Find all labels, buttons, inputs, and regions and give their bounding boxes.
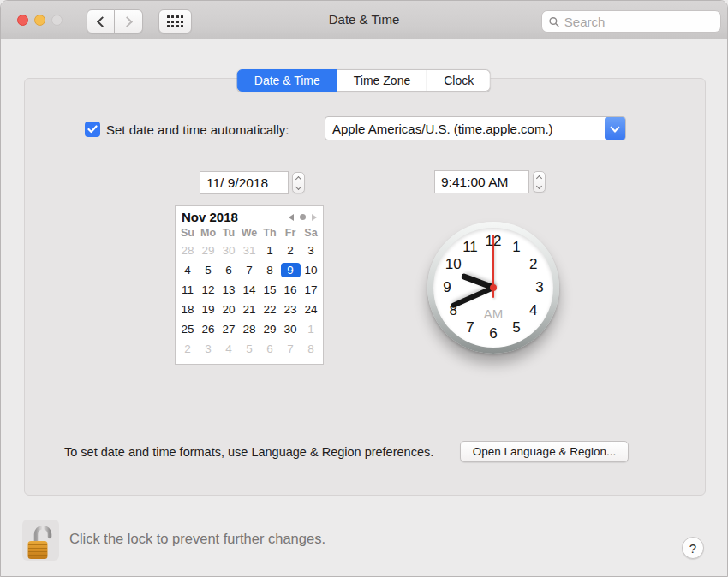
clock-number: 7: [462, 319, 479, 336]
calendar-day[interactable]: 1: [301, 319, 321, 339]
calendar-day[interactable]: 28: [177, 241, 198, 260]
stepper-up-icon: [295, 175, 301, 181]
clock-number: 5: [508, 319, 525, 336]
time-server-value: Apple Americas/U.S. (time.apple.com.): [325, 122, 605, 136]
weekday-label: Fr: [280, 227, 301, 239]
calendar-grid: 2829303112345678910111213141516171819202…: [176, 239, 323, 360]
date-stepper[interactable]: [292, 172, 305, 193]
calendar-day[interactable]: 20: [218, 300, 239, 319]
calendar-day[interactable]: 18: [177, 300, 198, 319]
clock-number: 1: [508, 239, 525, 256]
calendar-day[interactable]: 1: [260, 241, 280, 260]
clock-number: 4: [525, 302, 542, 319]
calendar-day[interactable]: 3: [198, 339, 218, 359]
open-lock-icon: [27, 525, 56, 561]
calendar-day[interactable]: 10: [301, 260, 321, 280]
checkmark-icon: [87, 125, 98, 134]
time-input[interactable]: 9:41:00 AM: [434, 170, 529, 193]
calendar-day[interactable]: 8: [301, 339, 321, 359]
calendar-day[interactable]: 7: [280, 339, 301, 359]
clock-number: 11: [462, 239, 479, 256]
tab-clock[interactable]: Clock: [427, 69, 491, 92]
calendar-day[interactable]: 26: [198, 319, 218, 339]
calendar-nav: [289, 214, 317, 221]
bottom-bar: Click the lock to prevent further change…: [1, 515, 727, 577]
calendar-day-selected[interactable]: 9: [280, 260, 301, 280]
calendar-day[interactable]: 16: [280, 280, 301, 300]
calendar-day[interactable]: 14: [239, 280, 260, 300]
calendar-day[interactable]: 24: [301, 300, 321, 319]
clock-number: 8: [445, 302, 462, 319]
lock-button[interactable]: [22, 520, 59, 561]
clock-number: 12: [485, 233, 502, 250]
auto-set-checkbox[interactable]: [85, 122, 100, 137]
dropdown-button[interactable]: [605, 117, 625, 140]
tab-date-time[interactable]: Date & Time: [237, 69, 337, 92]
calendar-header: Nov 2018: [176, 206, 323, 225]
search-input[interactable]: [564, 15, 713, 29]
weekday-label: Sa: [301, 227, 321, 239]
calendar-month-label: Nov 2018: [182, 210, 289, 224]
calendar-day[interactable]: 5: [239, 339, 260, 359]
calendar-day[interactable]: 22: [260, 300, 280, 319]
tab-time-zone[interactable]: Time Zone: [337, 69, 427, 92]
calendar-day[interactable]: 6: [218, 260, 239, 280]
weekday-label: Th: [260, 227, 280, 239]
prev-month-icon[interactable]: [289, 214, 294, 221]
calendar-day[interactable]: 25: [177, 319, 198, 339]
clock-number: 6: [485, 325, 502, 342]
calendar-day[interactable]: 23: [280, 300, 301, 319]
formats-note: To set date and time formats, use Langua…: [64, 445, 433, 459]
calendar-day[interactable]: 15: [260, 280, 280, 300]
calendar-day[interactable]: 7: [239, 260, 260, 280]
next-month-icon[interactable]: [312, 214, 317, 221]
calendar-day[interactable]: 4: [177, 260, 198, 280]
tab-panel: [24, 78, 706, 496]
calendar-day[interactable]: 13: [218, 280, 239, 300]
calendar-day[interactable]: 29: [260, 319, 280, 339]
weekday-label: Su: [177, 227, 198, 239]
stepper-down-icon: [536, 182, 542, 188]
time-stepper[interactable]: [533, 171, 546, 193]
calendar-day[interactable]: 12: [198, 280, 218, 300]
calendar-day[interactable]: 28: [239, 319, 260, 339]
clock-number: 9: [439, 279, 456, 296]
help-button[interactable]: ?: [682, 537, 704, 559]
calendar-day[interactable]: 6: [260, 339, 280, 359]
calendar-day[interactable]: 31: [239, 241, 260, 260]
calendar-day[interactable]: 27: [218, 319, 239, 339]
today-dot-icon[interactable]: [300, 214, 306, 220]
stepper-down-icon: [295, 183, 301, 189]
weekday-label: Mo: [198, 227, 218, 239]
calendar-day[interactable]: 29: [198, 241, 218, 260]
calendar-day[interactable]: 30: [280, 319, 301, 339]
calendar-day[interactable]: 4: [218, 339, 239, 359]
preferences-window: Date & Time Date & TimeTime ZoneClock Se…: [0, 0, 728, 577]
calendar-day[interactable]: 3: [301, 241, 321, 260]
clock-number: 10: [445, 256, 462, 273]
date-input[interactable]: 11/ 9/2018: [200, 171, 289, 194]
time-server-dropdown[interactable]: Apple Americas/U.S. (time.apple.com.): [325, 116, 626, 140]
titlebar: Date & Time: [1, 1, 727, 39]
clock-face: AM 123456789101112: [433, 228, 553, 348]
clock-number: 3: [531, 279, 548, 296]
search-field[interactable]: [541, 10, 721, 33]
calendar-day[interactable]: 2: [177, 339, 198, 359]
calendar-day[interactable]: 17: [301, 280, 321, 300]
clock-center-cap: [490, 284, 497, 291]
calendar-day[interactable]: 19: [198, 300, 218, 319]
analog-clock: AM 123456789101112: [427, 222, 559, 354]
calendar-day[interactable]: 2: [280, 241, 301, 260]
tab-bar: Date & TimeTime ZoneClock: [237, 69, 491, 92]
weekday-label: We: [239, 227, 260, 239]
calendar-day[interactable]: 21: [239, 300, 260, 319]
calendar-day[interactable]: 8: [260, 260, 280, 280]
open-language-region-button[interactable]: Open Language & Region...: [460, 441, 629, 462]
chevron-down-icon: [610, 122, 619, 132]
clock-number: 2: [525, 256, 542, 273]
calendar-day[interactable]: 5: [198, 260, 218, 280]
weekday-label: Tu: [218, 227, 239, 239]
calendar-day[interactable]: 11: [177, 280, 198, 300]
stepper-up-icon: [536, 175, 542, 181]
calendar-day[interactable]: 30: [218, 241, 239, 260]
